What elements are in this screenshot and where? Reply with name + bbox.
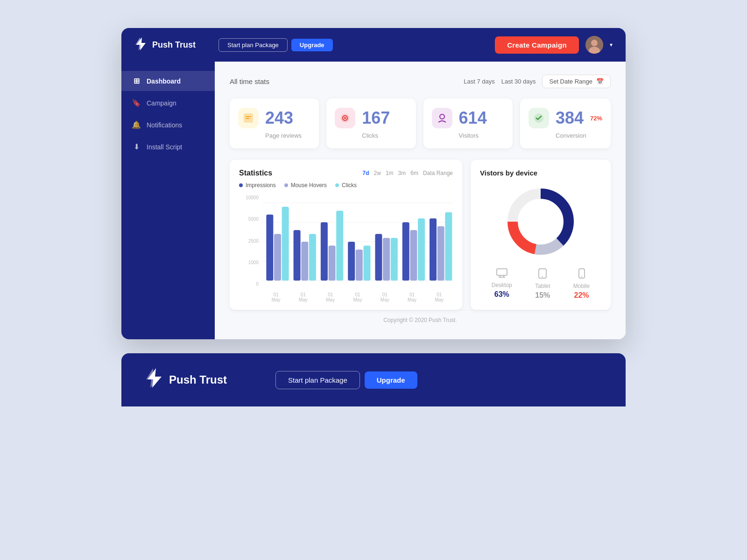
y-label-10000: 10000 bbox=[246, 195, 259, 200]
last-30-days-button[interactable]: Last 30 days bbox=[501, 78, 536, 85]
device-panel-title: Vistors by device bbox=[480, 169, 601, 177]
svg-rect-23 bbox=[329, 245, 336, 280]
device-stats: Desktop 63% Tablet 15% bbox=[480, 268, 601, 300]
x-label-2: 01May bbox=[299, 292, 308, 302]
visitors-label: Visitors bbox=[432, 132, 504, 139]
stats-panel-header: Statistics 7d 2w 1m 3m 6m Data Range bbox=[239, 169, 453, 177]
svg-point-48 bbox=[581, 276, 582, 277]
svg-point-8 bbox=[344, 117, 346, 119]
donut-chart bbox=[503, 184, 578, 259]
last-7-days-button[interactable]: Last 7 days bbox=[464, 78, 495, 85]
y-label-5000: 5000 bbox=[248, 217, 259, 222]
impressions-label: Impressions bbox=[246, 182, 276, 189]
x-label-5: 01May bbox=[381, 292, 389, 302]
banner-logo-area: Push Trust bbox=[145, 367, 227, 392]
upgrade-button[interactable]: Upgrade bbox=[291, 39, 333, 51]
bottom-panels: Statistics 7d 2w 1m 3m 6m Data Range bbox=[230, 160, 611, 310]
svg-rect-22 bbox=[321, 222, 328, 280]
time-filters: 7d 2w 1m 3m 6m Data Range bbox=[363, 170, 453, 176]
chart-svg-area: 01May 01May 01May 01May 01May 01May 01Ma… bbox=[262, 195, 453, 302]
svg-rect-18 bbox=[282, 207, 289, 280]
device-stat-tablet: Tablet 15% bbox=[535, 268, 550, 300]
tablet-icon bbox=[538, 268, 547, 281]
avatar[interactable] bbox=[585, 36, 603, 54]
svg-rect-25 bbox=[348, 242, 355, 280]
x-axis: 01May 01May 01May 01May 01May 01May 01Ma… bbox=[262, 292, 453, 302]
legend-impressions: Impressions bbox=[239, 182, 276, 189]
create-campaign-button[interactable]: Create Campaign bbox=[495, 36, 579, 54]
svg-rect-5 bbox=[246, 118, 249, 119]
visitors-number: 614 bbox=[459, 110, 487, 126]
sidebar-item-notifications[interactable]: 🔔 Notifications bbox=[121, 115, 215, 135]
clicks-label: Clicks bbox=[335, 132, 407, 139]
conversion-number: 384 bbox=[556, 110, 584, 126]
x-label-3: 01May bbox=[326, 292, 335, 302]
date-filters: Last 7 days Last 30 days Set Date Range … bbox=[464, 75, 611, 88]
logo-icon bbox=[134, 36, 148, 53]
conversion-badge: 72% bbox=[590, 115, 602, 122]
filter-7d[interactable]: 7d bbox=[363, 170, 369, 176]
banner-logo-text: Push Trust bbox=[169, 373, 227, 386]
desktop-icon bbox=[496, 268, 507, 280]
avatar-caret-icon[interactable]: ▾ bbox=[610, 42, 613, 48]
svg-rect-31 bbox=[402, 222, 409, 280]
banner-logo-icon bbox=[145, 367, 163, 392]
banner-upgrade-button[interactable]: Upgrade bbox=[365, 371, 417, 389]
filter-3m[interactable]: 3m bbox=[398, 170, 406, 176]
set-date-range-button[interactable]: Set Date Range 📅 bbox=[542, 75, 611, 88]
svg-rect-17 bbox=[274, 234, 281, 280]
sidebar-item-dashboard[interactable]: ⊞ Dashboard bbox=[121, 71, 215, 91]
svg-rect-33 bbox=[418, 218, 425, 280]
sidebar-item-campaign[interactable]: 🔖 Campaign bbox=[121, 93, 215, 113]
desktop-pct: 63% bbox=[494, 290, 509, 299]
svg-rect-24 bbox=[336, 210, 343, 280]
header: Push Trust Start plan Package Upgrade Cr… bbox=[121, 28, 626, 62]
bottom-banner: Push Trust Start plan Package Upgrade bbox=[121, 353, 626, 406]
y-axis: 10000 5000 2500 1000 0 bbox=[239, 195, 259, 288]
donut-wrap bbox=[480, 184, 601, 259]
svg-rect-29 bbox=[383, 238, 390, 281]
footer-text: Copyright © 2020 Push Trust. bbox=[383, 317, 457, 323]
dashboard-icon: ⊞ bbox=[132, 77, 141, 85]
svg-point-46 bbox=[542, 276, 543, 277]
main-content: All time stats Last 7 days Last 30 days … bbox=[215, 62, 626, 339]
sidebar-label-install: Install Script bbox=[147, 143, 182, 151]
svg-rect-34 bbox=[430, 218, 437, 280]
svg-rect-4 bbox=[246, 116, 251, 117]
statistics-legend: Impressions Mouse Hovers Clicks bbox=[239, 182, 453, 189]
filter-1m[interactable]: 1m bbox=[386, 170, 394, 176]
sidebar-item-install-script[interactable]: ⬇ Install Script bbox=[121, 137, 215, 157]
visitors-icon-wrap bbox=[432, 108, 452, 128]
svg-rect-30 bbox=[391, 238, 398, 281]
y-label-0: 0 bbox=[256, 281, 259, 287]
svg-rect-41 bbox=[497, 269, 507, 275]
page-reviews-number: 243 bbox=[265, 110, 293, 126]
sidebar-label-campaign: Campaign bbox=[147, 99, 176, 107]
install-icon: ⬇ bbox=[132, 142, 141, 151]
mouse-hovers-dot bbox=[284, 183, 288, 187]
svg-rect-28 bbox=[375, 234, 382, 280]
start-plan-button[interactable]: Start plan Package bbox=[218, 38, 288, 52]
filter-2w[interactable]: 2w bbox=[374, 170, 381, 176]
app-body: ⊞ Dashboard 🔖 Campaign 🔔 Notifications ⬇… bbox=[121, 62, 626, 339]
tablet-pct: 15% bbox=[535, 291, 550, 300]
statistics-panel: Statistics 7d 2w 1m 3m 6m Data Range bbox=[230, 160, 462, 310]
svg-point-9 bbox=[440, 114, 444, 119]
page-reviews-label: Page reviews bbox=[238, 132, 310, 139]
banner-start-plan-button[interactable]: Start plan Package bbox=[275, 371, 360, 389]
campaign-icon: 🔖 bbox=[132, 98, 141, 107]
svg-rect-27 bbox=[363, 245, 370, 280]
filter-data-range[interactable]: Data Range bbox=[423, 170, 453, 176]
device-stat-mobile: Mobile 22% bbox=[573, 268, 590, 300]
desktop-label: Desktop bbox=[492, 282, 512, 288]
clicks-dot bbox=[335, 183, 339, 187]
clicks-legend-label: Clicks bbox=[342, 182, 357, 189]
header-right: Create Campaign ▾ bbox=[495, 36, 613, 54]
stat-cards: 243 Page reviews 167 bbox=[230, 98, 611, 148]
mobile-label: Mobile bbox=[573, 283, 590, 289]
filter-6m[interactable]: 6m bbox=[410, 170, 418, 176]
chart-container: 10000 5000 2500 1000 0 bbox=[239, 195, 453, 302]
header-logo-text: Push Trust bbox=[152, 40, 196, 50]
header-center: Start plan Package Upgrade bbox=[218, 38, 486, 52]
mouse-hovers-label: Mouse Hovers bbox=[291, 182, 327, 189]
